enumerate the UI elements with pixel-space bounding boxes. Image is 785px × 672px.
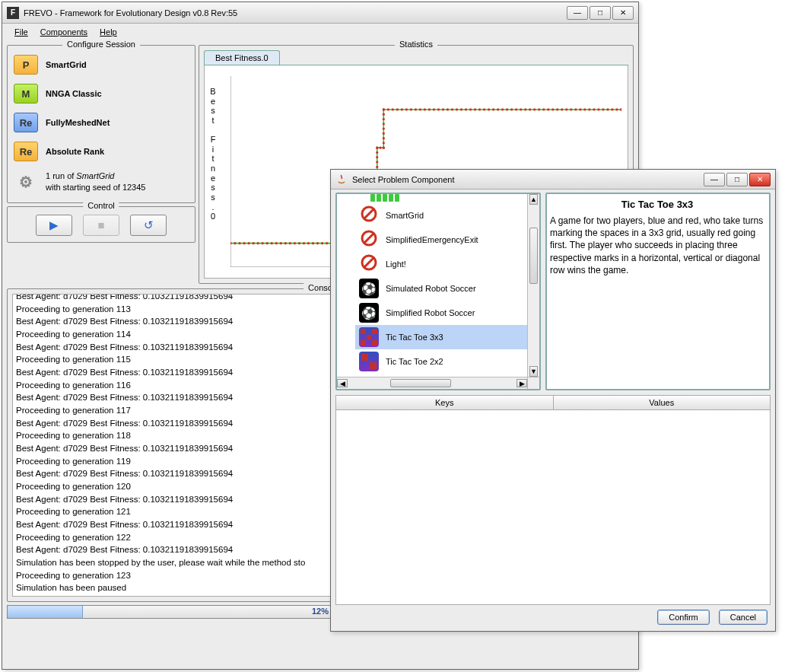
tree-item[interactable]: Light! — [355, 252, 527, 276]
forbidden-icon — [360, 229, 378, 251]
configure-session-legend: Configure Session — [62, 40, 140, 49]
svg-point-60 — [376, 166, 378, 168]
play-button[interactable]: ▶ — [36, 215, 72, 236]
svg-point-95 — [465, 108, 467, 110]
tictactoe-icon — [359, 327, 379, 347]
tree-item[interactable]: Tic Tac Toe 2x2 — [355, 349, 527, 374]
config-label: NNGA Classic — [46, 89, 102, 98]
tree-item[interactable]: Tic Tac Toe 3x3 — [355, 325, 527, 349]
svg-point-111 — [538, 108, 540, 110]
folder-icon: Re — [14, 142, 38, 161]
parameter-table[interactable]: Keys Values — [335, 395, 771, 605]
app-icon: F — [7, 7, 19, 19]
stop-button[interactable]: ■ — [83, 215, 119, 236]
svg-point-128 — [615, 108, 618, 110]
folder-icon: M — [14, 84, 38, 104]
minimize-button[interactable]: — — [567, 6, 588, 20]
folder-icon: Re — [14, 113, 38, 132]
confirm-button[interactable]: Confirm — [657, 610, 710, 625]
svg-line-136 — [364, 234, 373, 243]
config-item-nnga[interactable]: M NNGA Classic — [12, 79, 190, 108]
tree-item[interactable]: ⚽Simplified Robot Soccer — [355, 301, 527, 325]
stats-tabbar: Best Fitness.0 — [204, 50, 628, 65]
svg-point-5 — [243, 242, 246, 244]
config-label: Absolute Rank — [46, 147, 104, 156]
scroll-right-icon[interactable]: ▶ — [516, 379, 527, 387]
svg-point-107 — [520, 108, 522, 110]
col-keys[interactable]: Keys — [336, 396, 554, 410]
config-item-absoluterank[interactable]: Re Absolute Rank — [12, 137, 190, 166]
svg-point-104 — [506, 108, 508, 110]
tree-item-label: SmartGrid — [386, 211, 424, 220]
svg-point-96 — [469, 108, 472, 110]
maximize-button[interactable]: □ — [590, 6, 611, 20]
svg-point-114 — [551, 108, 554, 110]
tree-item[interactable]: ⚽Simulated Robot Soccer — [355, 276, 527, 301]
config-item-fullymeshed[interactable]: Re FullyMeshedNet — [12, 108, 190, 137]
menu-file[interactable]: File — [8, 26, 34, 38]
svg-point-123 — [593, 108, 595, 110]
svg-point-79 — [392, 108, 394, 110]
svg-point-87 — [428, 108, 431, 110]
main-titlebar[interactable]: F FREVO - Framework for Evolutionary Des… — [2, 2, 638, 24]
svg-point-120 — [579, 108, 581, 110]
svg-point-22 — [321, 242, 323, 244]
tree-item-label: Light! — [386, 260, 406, 269]
tab-best-fitness[interactable]: Best Fitness.0 — [204, 50, 280, 65]
svg-point-74 — [383, 118, 385, 120]
scroll-thumb[interactable] — [529, 228, 538, 284]
tree-item-label: Simplified Robot Soccer — [386, 308, 475, 317]
svg-point-99 — [483, 108, 485, 110]
config-item-smartgrid[interactable]: P SmartGrid — [12, 50, 190, 79]
svg-point-119 — [574, 108, 577, 110]
control-panel: Control ▶ ■ ↺ — [7, 206, 195, 243]
close-button[interactable]: ✕ — [612, 6, 634, 20]
dialog-title: Select Problem Component — [352, 175, 704, 184]
tree-item[interactable]: SimplifiedEmergencyExit — [355, 228, 527, 252]
svg-point-106 — [515, 108, 517, 110]
dialog-close-button[interactable]: ✕ — [749, 173, 771, 186]
run-info-line2: with starting seed of 12345 — [46, 183, 145, 192]
config-label: FullyMeshedNet — [46, 118, 110, 127]
svg-point-98 — [478, 108, 481, 110]
tree-item[interactable]: SmartGrid — [355, 203, 527, 228]
scroll-left-icon[interactable]: ◀ — [337, 379, 348, 387]
svg-point-132 — [620, 108, 621, 110]
gear-icon: ⚙ — [14, 172, 38, 192]
cancel-button[interactable]: Cancel — [719, 610, 768, 625]
svg-point-23 — [326, 242, 328, 244]
tree-item-label: Tic Tac Toe 2x2 — [386, 357, 443, 366]
svg-point-62 — [376, 156, 378, 158]
menu-components[interactable]: Components — [34, 26, 94, 38]
svg-point-103 — [501, 108, 504, 110]
svg-point-10 — [266, 242, 269, 244]
description-text: A game for two players, blue and red, wh… — [550, 215, 764, 276]
select-problem-dialog: Select Problem Component — □ ✕ SmartGrid… — [330, 169, 776, 632]
svg-point-118 — [570, 108, 572, 110]
svg-point-105 — [510, 108, 513, 110]
scroll-down-icon[interactable]: ▼ — [529, 366, 538, 377]
svg-point-2 — [230, 242, 232, 244]
svg-point-9 — [262, 242, 264, 244]
vertical-scrollbar[interactable]: ▲ ▼ — [527, 194, 539, 377]
horizontal-scrollbar[interactable]: ◀ ▶ — [337, 377, 527, 389]
undo-button[interactable]: ↺ — [130, 215, 167, 236]
svg-line-138 — [364, 258, 373, 267]
forbidden-icon — [360, 253, 378, 275]
menu-help[interactable]: Help — [94, 26, 123, 38]
svg-point-94 — [460, 108, 462, 110]
config-run-info: ⚙ 1 run of SmartGrid with starting seed … — [12, 166, 190, 198]
col-values[interactable]: Values — [554, 396, 771, 410]
svg-line-134 — [364, 209, 373, 218]
svg-point-117 — [565, 108, 567, 110]
dialog-titlebar[interactable]: Select Problem Component — □ ✕ — [331, 170, 775, 189]
folder-icon: P — [14, 55, 38, 75]
dialog-minimize-button[interactable]: — — [704, 173, 725, 186]
scroll-up-icon[interactable]: ▲ — [529, 194, 538, 205]
svg-point-17 — [298, 242, 300, 244]
dialog-maximize-button[interactable]: □ — [726, 173, 748, 186]
scroll-hthumb[interactable] — [390, 379, 451, 387]
tree-scroll[interactable]: SmartGridSimplifiedEmergencyExitLight!⚽S… — [337, 194, 527, 377]
run-info-line1: 1 run of SmartGrid — [46, 171, 114, 180]
tictactoe2-icon — [359, 352, 379, 371]
